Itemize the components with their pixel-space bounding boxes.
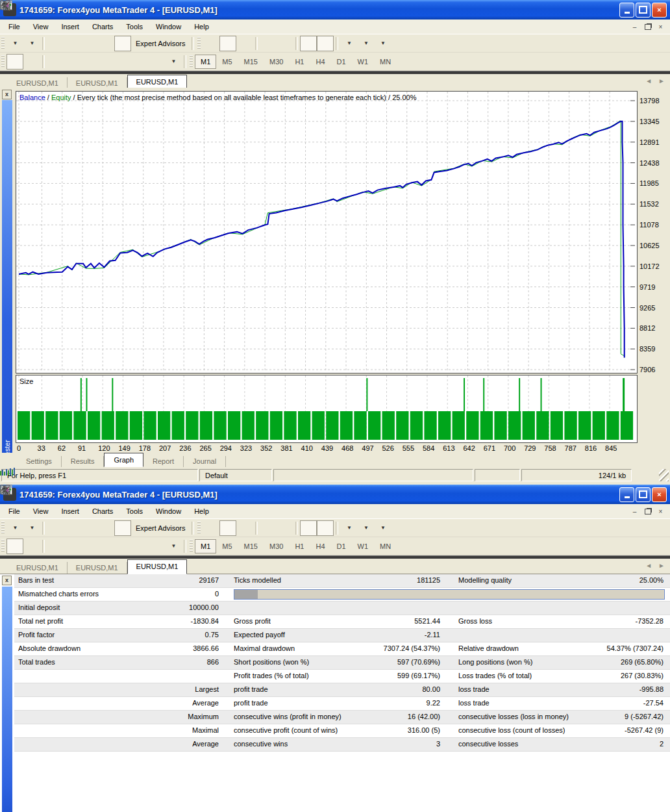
- menu-item-file[interactable]: File: [2, 21, 27, 32]
- tab-scroll-right-icon[interactable]: ►: [658, 77, 665, 84]
- mdi-close-button[interactable]: ×: [655, 22, 666, 32]
- menu-item-view[interactable]: View: [27, 506, 55, 516]
- menu-item-window[interactable]: Window: [149, 21, 188, 32]
- tester-tab-settings[interactable]: Settings: [17, 456, 62, 467]
- toolbar-grip[interactable]: [197, 522, 201, 535]
- zoom-out-button[interactable]: [277, 520, 293, 536]
- periods-button[interactable]: ▼: [357, 520, 374, 536]
- history-center-button[interactable]: [81, 520, 97, 536]
- toolbar-grip[interactable]: [1, 37, 5, 50]
- mdi-restore-button[interactable]: [642, 22, 653, 32]
- expert-advisors-button[interactable]: Expert Advisors: [131, 36, 190, 51]
- close-button[interactable]: ×: [652, 3, 667, 18]
- profiles-button[interactable]: ▼: [23, 36, 40, 51]
- menu-item-file[interactable]: File: [2, 506, 27, 516]
- timeframe-button-d1[interactable]: D1: [331, 55, 352, 69]
- autoscroll-button[interactable]: [300, 520, 317, 536]
- maximize-button[interactable]: [636, 3, 651, 18]
- bar-chart-button[interactable]: [203, 36, 219, 51]
- tab-scroll-right-icon[interactable]: ►: [658, 562, 665, 569]
- indicators-button[interactable]: ▼: [374, 520, 391, 536]
- line-chart-button[interactable]: [236, 36, 253, 51]
- chart-tab-2[interactable]: EURUSD,M1: [127, 559, 188, 574]
- menu-item-tools[interactable]: Tools: [119, 21, 149, 32]
- timeframe-button-m15[interactable]: M15: [238, 539, 264, 553]
- minimize-button[interactable]: [619, 487, 634, 502]
- navigator-button[interactable]: [64, 520, 81, 536]
- timeframe-button-w1[interactable]: W1: [352, 539, 375, 553]
- cursor-button[interactable]: [6, 539, 23, 554]
- fibonacci-button[interactable]: F: [114, 54, 131, 70]
- toolbar-grip[interactable]: [1, 522, 5, 535]
- minimize-button[interactable]: [619, 3, 634, 18]
- menu-item-tools[interactable]: Tools: [119, 506, 149, 516]
- menu-item-insert[interactable]: Insert: [55, 21, 86, 32]
- toolbar-grip[interactable]: [197, 37, 201, 50]
- candlestick-button[interactable]: [219, 36, 236, 51]
- line-chart-button[interactable]: [236, 520, 253, 536]
- menu-item-help[interactable]: Help: [188, 506, 216, 516]
- fibonacci-button[interactable]: F: [114, 539, 131, 554]
- arrows-button[interactable]: ▼: [165, 539, 182, 554]
- timeframe-button-w1[interactable]: W1: [352, 55, 375, 69]
- toolbar-grip[interactable]: [1, 55, 5, 68]
- menu-item-help[interactable]: Help: [188, 21, 216, 32]
- mdi-close-button[interactable]: ×: [655, 507, 666, 516]
- tester-tab-journal[interactable]: Journal: [184, 456, 226, 467]
- timeframe-button-d1[interactable]: D1: [331, 539, 352, 553]
- vertical-line-button[interactable]: [47, 54, 64, 70]
- timeframe-button-h4[interactable]: H4: [310, 55, 330, 69]
- chart-shift-button[interactable]: [317, 520, 334, 536]
- tester-tab-report[interactable]: Report: [143, 456, 184, 467]
- zoom-in-button[interactable]: [260, 36, 277, 51]
- new-order-button[interactable]: ▼: [340, 36, 357, 51]
- timeframe-button-m30[interactable]: M30: [264, 55, 289, 69]
- periods-button[interactable]: ▼: [357, 36, 374, 51]
- autoscroll-button[interactable]: [300, 36, 317, 51]
- toolbar-grip[interactable]: [190, 55, 193, 68]
- close-button[interactable]: ×: [652, 487, 667, 502]
- strategy-tester-button[interactable]: [114, 520, 131, 536]
- history-center-button[interactable]: [81, 36, 97, 51]
- new-chart-button[interactable]: ▼: [6, 36, 23, 51]
- timeframe-button-h1[interactable]: H1: [289, 539, 310, 553]
- chart-tab-1[interactable]: EURUSD,M1: [68, 562, 127, 574]
- timeframe-button-m1[interactable]: M1: [195, 539, 216, 553]
- tester-close-icon[interactable]: x: [2, 90, 12, 99]
- equidistant-channel-button[interactable]: E: [97, 539, 114, 554]
- toolbar-grip[interactable]: [190, 540, 193, 553]
- strategy-tester-button[interactable]: [114, 36, 131, 51]
- trendline-button[interactable]: [81, 539, 97, 554]
- candlestick-button[interactable]: [219, 520, 236, 536]
- cursor-button[interactable]: [6, 54, 23, 70]
- zoom-in-button[interactable]: [260, 520, 277, 536]
- horizontal-line-button[interactable]: [64, 539, 81, 554]
- text-button[interactable]: A: [131, 54, 148, 70]
- mdi-minimize-button[interactable]: –: [629, 507, 640, 516]
- vertical-line-button[interactable]: [47, 539, 64, 554]
- timeframe-button-m30[interactable]: M30: [264, 539, 289, 553]
- resize-grip[interactable]: [659, 469, 669, 481]
- data-window-button[interactable]: [97, 520, 114, 536]
- market-watch-button[interactable]: [47, 520, 64, 536]
- tester-tab-graph[interactable]: Graph: [104, 453, 143, 467]
- market-watch-button[interactable]: [47, 36, 64, 51]
- mdi-minimize-button[interactable]: –: [629, 22, 640, 32]
- timeframe-button-h1[interactable]: H1: [289, 55, 310, 69]
- text-button[interactable]: A: [131, 539, 148, 554]
- navigator-button[interactable]: [64, 36, 81, 51]
- expert-advisors-button[interactable]: Expert Advisors: [131, 520, 190, 536]
- data-window-button[interactable]: [97, 36, 114, 51]
- bar-chart-button[interactable]: [203, 520, 219, 536]
- timeframe-button-m1[interactable]: M1: [195, 55, 216, 69]
- arrows-button[interactable]: ▼: [165, 54, 182, 70]
- new-order-button[interactable]: ▼: [340, 520, 357, 536]
- menu-item-charts[interactable]: Charts: [86, 506, 119, 516]
- tab-scroll-left-icon[interactable]: ◄: [645, 562, 652, 569]
- chart-tab-0[interactable]: EURUSD,M1: [8, 562, 68, 574]
- horizontal-line-button[interactable]: [64, 54, 81, 70]
- new-chart-button[interactable]: ▼: [6, 520, 23, 536]
- trendline-button[interactable]: [81, 54, 97, 70]
- indicators-button[interactable]: ▼: [374, 36, 391, 51]
- timeframe-button-m15[interactable]: M15: [238, 55, 264, 69]
